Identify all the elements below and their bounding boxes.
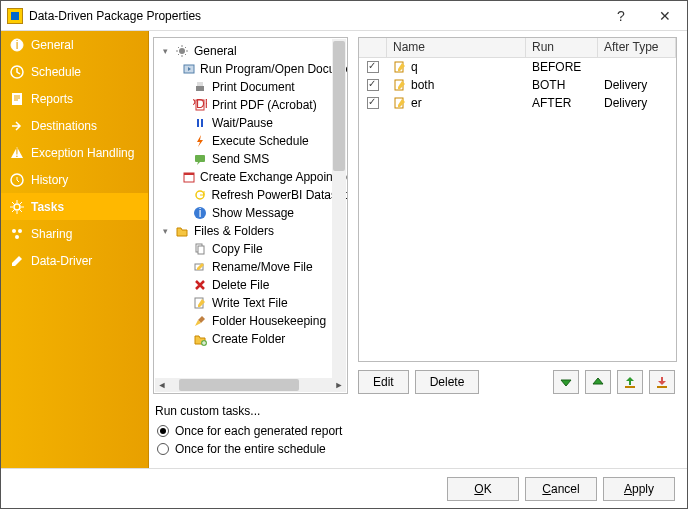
delete-button[interactable]: Delete — [415, 370, 480, 394]
svg-rect-12 — [196, 86, 204, 91]
sidebar-item-data-driver[interactable]: Data-Driver — [1, 247, 148, 274]
tree-item[interactable]: Folder Housekeeping — [158, 312, 347, 330]
task-grid[interactable]: Name Run After Type qBEFOREbothBOTHDeliv… — [358, 37, 677, 362]
apply-button[interactable]: Apply — [603, 477, 675, 501]
calendar-icon — [182, 169, 196, 185]
history-icon — [9, 172, 25, 188]
row-checkbox[interactable] — [367, 61, 379, 73]
close-button[interactable]: ✕ — [643, 1, 687, 30]
ok-button[interactable]: OK — [447, 477, 519, 501]
tree-item[interactable]: Create Folder — [158, 330, 347, 348]
table-row[interactable]: bothBOTHDelivery — [359, 76, 676, 94]
sidebar-item-label: Reports — [31, 92, 73, 106]
move-down-button[interactable] — [553, 370, 579, 394]
radio-entire-schedule[interactable]: Once for the entire schedule — [157, 442, 677, 456]
expand-toggle-icon[interactable]: ▾ — [160, 226, 170, 236]
cancel-button[interactable]: Cancel — [525, 477, 597, 501]
dialog-footer: OK Cancel Apply — [1, 468, 687, 508]
edit-button[interactable]: Edit — [358, 370, 409, 394]
col-after[interactable]: After Type — [598, 38, 676, 57]
tree-item[interactable]: Write Text File — [158, 294, 347, 312]
sidebar-item-history[interactable]: History — [1, 166, 148, 193]
share-icon — [9, 226, 25, 242]
col-check[interactable] — [359, 38, 387, 57]
tree-item[interactable]: Run Program/Open Document — [158, 60, 347, 78]
svg-rect-16 — [197, 119, 199, 127]
radio-each-report-label: Once for each generated report — [175, 424, 342, 438]
move-up-button[interactable] — [585, 370, 611, 394]
table-row[interactable]: erAFTERDelivery — [359, 94, 676, 112]
task-icon — [393, 78, 407, 92]
tree-vertical-scrollbar[interactable] — [332, 39, 346, 378]
sidebar-item-reports[interactable]: Reports — [1, 85, 148, 112]
row-checkbox[interactable] — [367, 97, 379, 109]
tree-item[interactable]: Rename/Move File — [158, 258, 347, 276]
expand-toggle-icon[interactable]: ▾ — [160, 46, 170, 56]
tree-label: Copy File — [212, 242, 263, 256]
tree-label: Write Text File — [212, 296, 288, 310]
task-icon — [393, 60, 407, 74]
row-checkbox[interactable] — [367, 79, 379, 91]
col-name[interactable]: Name — [387, 38, 526, 57]
task-icon — [393, 96, 407, 110]
tree-label: Rename/Move File — [212, 260, 313, 274]
pdf-icon: PDF — [192, 97, 208, 113]
table-row[interactable]: qBEFORE — [359, 58, 676, 76]
titlebar: Data-Driven Package Properties ? ✕ — [1, 1, 687, 31]
radio-each-report[interactable]: Once for each generated report — [157, 424, 677, 438]
sidebar-item-general[interactable]: iGeneral — [1, 31, 148, 58]
tree-label: Execute Schedule — [212, 134, 309, 148]
tree-group[interactable]: ▾General — [158, 42, 347, 60]
tree-label: Create Exchange Appointment — [200, 170, 347, 184]
sidebar-item-destinations[interactable]: Destinations — [1, 112, 148, 139]
help-button[interactable]: ? — [599, 1, 643, 30]
sidebar-item-sharing[interactable]: Sharing — [1, 220, 148, 247]
window-title: Data-Driven Package Properties — [29, 9, 599, 23]
broom-icon — [192, 313, 208, 329]
svg-point-7 — [12, 229, 16, 233]
info-icon: i — [192, 205, 208, 221]
row-after: Delivery — [598, 78, 676, 92]
clock-icon — [9, 64, 25, 80]
tree-item[interactable]: Delete File — [158, 276, 347, 294]
tree-label: Files & Folders — [194, 224, 274, 238]
tree-horizontal-scrollbar[interactable]: ◄► — [155, 378, 346, 392]
row-name: q — [411, 60, 418, 74]
sidebar-item-schedule[interactable]: Schedule — [1, 58, 148, 85]
arrow-out-icon — [9, 118, 25, 134]
report-icon — [9, 91, 25, 107]
task-tree[interactable]: ▾GeneralRun Program/Open DocumentPrint D… — [153, 37, 348, 394]
tree-group[interactable]: ▾Files & Folders — [158, 222, 347, 240]
col-run[interactable]: Run — [526, 38, 598, 57]
tree-item[interactable]: Copy File — [158, 240, 347, 258]
sidebar-item-label: Sharing — [31, 227, 72, 241]
sidebar-item-label: Schedule — [31, 65, 81, 79]
svg-text:i: i — [16, 38, 19, 52]
row-run: BOTH — [526, 78, 598, 92]
tree-item[interactable]: Send SMS — [158, 150, 347, 168]
sidebar-item-label: History — [31, 173, 68, 187]
sidebar-item-exception-handling[interactable]: !Exception Handling — [1, 139, 148, 166]
svg-rect-31 — [625, 386, 635, 388]
tree-item[interactable]: Wait/Pause — [158, 114, 347, 132]
task-grid-pane: Name Run After Type qBEFOREbothBOTHDeliv… — [358, 37, 677, 394]
gear-icon — [9, 199, 25, 215]
tree-item[interactable]: Create Exchange Appointment — [158, 168, 347, 186]
sidebar-item-label: Destinations — [31, 119, 97, 133]
svg-point-6 — [14, 204, 20, 210]
export-button[interactable] — [649, 370, 675, 394]
folder-new-icon — [192, 331, 208, 347]
sms-icon — [192, 151, 208, 167]
tree-item[interactable]: Refresh PowerBI Dataset — [158, 186, 347, 204]
row-name: er — [411, 96, 422, 110]
sidebar-item-tasks[interactable]: Tasks — [1, 193, 148, 220]
tree-item[interactable]: Print Document — [158, 78, 347, 96]
svg-rect-24 — [198, 246, 204, 254]
run-icon — [182, 61, 196, 77]
import-button[interactable] — [617, 370, 643, 394]
tree-label: Folder Housekeeping — [212, 314, 326, 328]
tree-item[interactable]: iShow Message — [158, 204, 347, 222]
tree-item[interactable]: PDFPrint PDF (Acrobat) — [158, 96, 347, 114]
tree-label: Send SMS — [212, 152, 269, 166]
tree-item[interactable]: Execute Schedule — [158, 132, 347, 150]
